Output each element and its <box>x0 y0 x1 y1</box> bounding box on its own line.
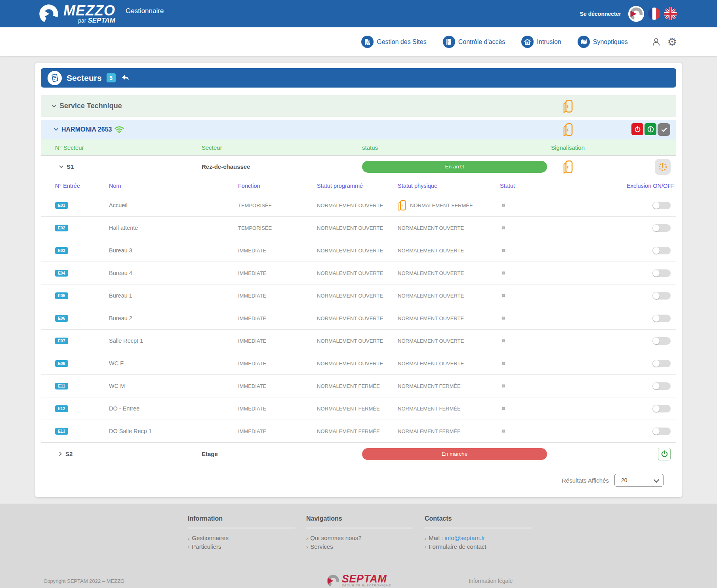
entry-name: DO Salle Recp 1 <box>109 428 238 434</box>
nav-item-gestion-des-sites[interactable]: Gestion des Sites <box>361 36 426 48</box>
entry-table-header: N° Entrée Nom Fonction Statut programmé … <box>41 178 676 194</box>
entry-name: WC M <box>109 383 238 389</box>
exclusion-toggle[interactable] <box>652 360 671 367</box>
confirm-check-button[interactable] <box>658 123 670 136</box>
brand-sub: par SEPTAM <box>78 17 115 24</box>
entry-name: Hall attente <box>109 225 238 231</box>
entry-id-badge: E07 <box>55 338 68 344</box>
nav-item-controle-acces[interactable]: Contrôle d'accès <box>443 36 505 48</box>
entry-id-badge: E12 <box>55 405 68 412</box>
power-off-button[interactable] <box>631 123 643 135</box>
chevron-right-icon <box>59 452 62 456</box>
sector-expand-s2[interactable]: S2 <box>55 451 202 457</box>
footer-link-mail[interactable]: ›Mail : info@septam.fr <box>425 535 532 541</box>
entry-id-badge: E08 <box>55 360 68 367</box>
entry-id-badge: E03 <box>55 247 68 254</box>
footer-link-services[interactable]: ›Services <box>306 543 413 550</box>
entry-statut-physique: NORMALEMENT OUVERTE <box>398 361 464 367</box>
wifi-icon <box>114 126 124 134</box>
home-lock-icon <box>521 36 534 48</box>
app-role-label: Gestionnaire <box>126 7 164 15</box>
sector-expand-s1[interactable]: S1 <box>55 163 202 170</box>
exclusion-toggle[interactable] <box>652 269 671 277</box>
exclusion-toggle[interactable] <box>652 382 671 390</box>
exclusion-toggle[interactable] <box>652 247 671 254</box>
entry-statut-programme: NORMALEMENT FERMÉE <box>317 406 398 412</box>
entry-statut-programme: NORMALEMENT OUVERTE <box>317 202 398 208</box>
col-statut-programme: Statut programmé <box>317 183 398 189</box>
exclusion-toggle[interactable] <box>652 315 671 322</box>
sector-count-badge: 5 <box>107 73 116 82</box>
power-pending-button[interactable] <box>655 159 671 175</box>
building-icon <box>361 36 374 48</box>
french-flag-button[interactable] <box>648 8 660 20</box>
page: MEZZO par SEPTAM Gestionnaire Se déconne… <box>0 0 717 588</box>
entry-row: E07 Salle Recpt 1 IMMEDIATE NORMALEMENT … <box>41 330 676 352</box>
site-group-row[interactable]: Service Technique <box>41 95 676 117</box>
footer-col-contacts: Contacts ›Mail : info@septam.fr ›Formula… <box>425 515 532 573</box>
entry-name: Bureau 2 <box>109 315 238 321</box>
central-label: HARMONIA 2653 <box>61 126 112 133</box>
footer-link-gestionnaires[interactable]: ›Gestionnaires <box>188 535 295 541</box>
entry-row: E03 Bureau 3 IMMEDIATE NORMALEMENT OUVER… <box>41 239 676 262</box>
nav-item-intrusion[interactable]: Intrusion <box>521 36 561 48</box>
entry-statut-programme: NORMALEMENT FERMÉE <box>317 428 398 434</box>
sector-row-s1: S1 Rez-de-chaussee En arrêt <box>41 155 676 178</box>
door-icon <box>443 36 455 48</box>
septam-logo-mark <box>326 574 340 588</box>
footer-link-qui-sommes-nous[interactable]: ›Qui sommes nous? <box>306 535 413 541</box>
entry-name: DO - Entree <box>109 405 238 412</box>
legal-info-link[interactable]: Information légale <box>469 578 513 584</box>
main-content: Secteurs 5 Service Technique HARMONIA 26… <box>0 56 717 504</box>
entry-function: IMMEDIATE <box>238 248 317 254</box>
user-account-icon[interactable] <box>651 37 661 47</box>
entry-function: IMMEDIATE <box>238 383 317 389</box>
septam-footer-logo: SEPTAM SÉCURITÉ ÉLECTRONIQUE <box>326 574 391 588</box>
footer-link-formulaire[interactable]: ›Formulaire de contact <box>425 543 532 550</box>
footer-col-information: Information ›Gestionnaires ›Particuliers <box>188 515 295 573</box>
exclusion-toggle[interactable] <box>652 224 671 232</box>
settings-gear-icon[interactable]: ⚙ <box>667 36 677 47</box>
results-per-page-select[interactable]: 20 <box>614 474 664 487</box>
entry-row: E05 Bureau 1 IMMEDIATE NORMALEMENT OUVER… <box>41 284 676 307</box>
bottom-bar: Copyright SEPTAM 2022 – MEZZO SEPTAM SÉC… <box>0 573 717 588</box>
entry-function: TEMPORISÉE <box>238 225 317 231</box>
main-nav: Gestion des Sites Contrôle d'accès Intru… <box>0 27 717 56</box>
exclusion-toggle[interactable] <box>652 202 671 209</box>
central-row[interactable]: HARMONIA 2653 <box>41 120 676 139</box>
exclusion-toggle[interactable] <box>652 337 671 345</box>
entry-statut-physique: NORMALEMENT FERMÉE <box>398 406 461 412</box>
uk-flag-button[interactable] <box>664 7 677 20</box>
mezzo-logo-mark <box>38 3 59 25</box>
power-on-button[interactable] <box>645 123 656 135</box>
col-status: status <box>362 144 551 151</box>
pagination: Résultats Affichés 20 <box>41 474 676 487</box>
panel-title: Secteurs <box>67 73 102 83</box>
exclusion-toggle[interactable] <box>652 405 671 412</box>
mezzo-logo: MEZZO par SEPTAM <box>38 3 115 25</box>
nav-item-synoptiques[interactable]: Synoptiques <box>578 36 628 48</box>
exclusion-toggle[interactable] <box>652 428 671 435</box>
entry-statut-physique: NORMALEMENT OUVERTE <box>398 225 464 231</box>
power-on-button[interactable] <box>658 448 671 460</box>
results-shown-label: Résultats Affichés <box>562 477 609 484</box>
entry-row: E06 Bureau 2 IMMEDIATE NORMALEMENT OUVER… <box>41 307 676 330</box>
door-icon <box>398 200 406 211</box>
chevron-down-icon <box>59 165 63 168</box>
exclusion-toggle[interactable] <box>652 292 671 300</box>
back-arrow-icon[interactable] <box>121 74 130 82</box>
sector-status-pill: En marche <box>362 448 547 460</box>
logout-button[interactable]: Se déconnecter <box>580 11 621 17</box>
entry-statut-programme: NORMALEMENT OUVERTE <box>317 248 398 254</box>
entry-statut-programme: NORMALEMENT OUVERTE <box>317 225 398 231</box>
col-statut-physique: Statut physique <box>398 183 500 189</box>
footer-link-particuliers[interactable]: ›Particuliers <box>188 543 295 550</box>
col-nom: Nom <box>109 183 238 189</box>
entry-function: IMMEDIATE <box>238 293 317 299</box>
entry-name: Bureau 4 <box>109 270 238 276</box>
copyright-text: Copyright SEPTAM 2022 – MEZZO <box>44 578 124 584</box>
entry-statut-physique: NORMALEMENT OUVERTE <box>398 315 464 321</box>
mail-address-link: info@septam.fr <box>444 535 485 541</box>
entry-name: Salle Recpt 1 <box>109 338 238 344</box>
door-signal-icon <box>563 123 573 136</box>
